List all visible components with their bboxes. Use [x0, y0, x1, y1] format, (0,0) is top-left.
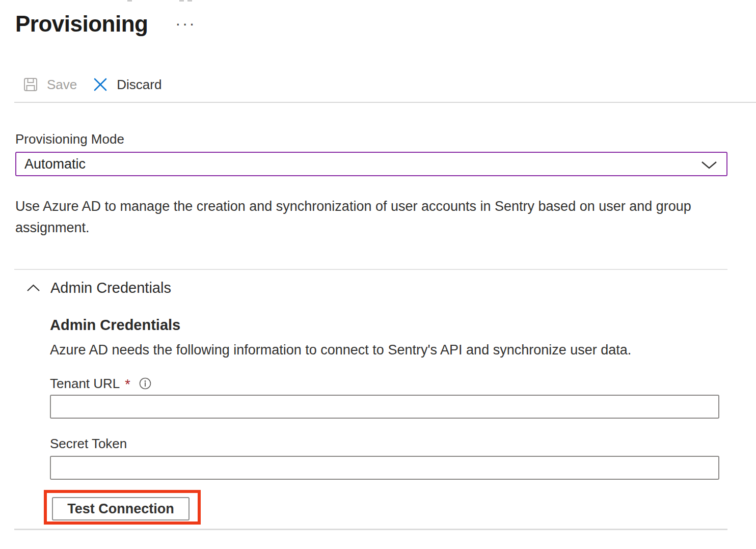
section-divider [14, 269, 727, 270]
test-connection-button[interactable]: Test Connection [52, 497, 190, 520]
tenant-url-label: Tenant URL [50, 376, 120, 392]
secret-token-input[interactable] [50, 456, 719, 480]
admin-credentials-section-toggle[interactable]: Admin Credentials [26, 279, 171, 296]
more-options-button[interactable]: ··· [175, 15, 196, 32]
toolbar-divider [14, 102, 756, 103]
required-asterisk: * [125, 377, 130, 393]
discard-button-label: Discard [117, 77, 161, 93]
command-bar: Save Discard [15, 74, 161, 95]
secret-token-label: Secret Token [50, 436, 127, 452]
clipped-text-remnant [187, 0, 192, 2]
page-title: Provisioning [15, 11, 148, 37]
provisioning-mode-value: Automatic [16, 156, 86, 172]
more-options-icon: ··· [175, 14, 196, 33]
clipped-text-remnant [127, 0, 132, 2]
save-icon [23, 77, 38, 92]
provisioning-mode-label: Provisioning Mode [15, 131, 124, 147]
discard-icon [93, 77, 108, 92]
provisioning-page: Provisioning ··· Save Discard Provi [0, 0, 756, 549]
tenant-url-label-row: Tenant URL * [50, 376, 151, 391]
chevron-up-icon [26, 284, 40, 292]
annotation-highlight-box: Test Connection [44, 490, 201, 525]
tenant-url-input[interactable] [50, 395, 719, 419]
save-button-label: Save [47, 77, 77, 93]
info-icon[interactable] [139, 377, 151, 390]
admin-credentials-subheading: Admin Credentials [50, 317, 180, 334]
bottom-divider [14, 529, 727, 530]
admin-credentials-section-title: Admin Credentials [50, 280, 171, 296]
save-button[interactable]: Save [15, 74, 77, 95]
provisioning-mode-description: Use Azure AD to manage the creation and … [15, 196, 708, 238]
clipped-text-remnant [179, 0, 184, 2]
chevron-down-icon [701, 161, 717, 171]
admin-credentials-description: Azure AD needs the following information… [50, 342, 722, 358]
provisioning-mode-select[interactable]: Automatic [15, 152, 727, 176]
discard-button[interactable]: Discard [93, 74, 161, 95]
